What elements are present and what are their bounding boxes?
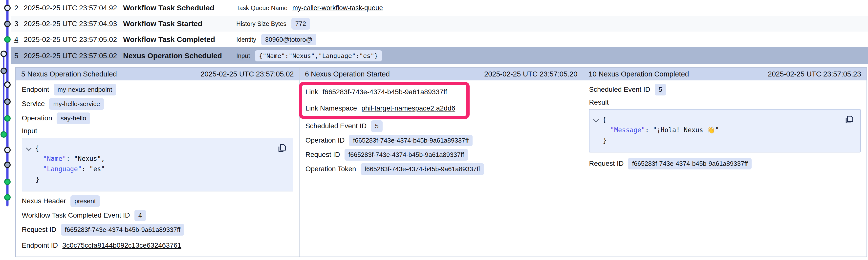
panel-timestamp: 2025-02-25 UTC 23:57:05.23 [768, 70, 861, 78]
event-timestamp: 2025-02-25 UTC 23:57:04.92 [24, 4, 123, 12]
panel-nexus-operation-scheduled: 5 Nexus Operation Scheduled 2025-02-25 U… [16, 68, 299, 257]
event-detail-label: History Size Bytes [236, 20, 286, 27]
nexus-header-badge: present [70, 195, 100, 207]
field-label: Request ID [589, 160, 624, 168]
endpoint-badge: my-nexus-endpoint [54, 84, 116, 96]
json-key: "Language" [43, 165, 82, 173]
event-timestamp: 2025-02-25 UTC 23:57:05.02 [24, 52, 123, 60]
field-label: Service [22, 100, 45, 108]
collapse-chevron-icon[interactable] [26, 145, 32, 151]
event-row-selected[interactable]: 5 2025-02-25 UTC 23:57:05.02 Nexus Opera… [11, 47, 868, 64]
result-section-label: Result [589, 97, 861, 108]
event-history-list: 2 2025-02-25 UTC 23:57:04.92 Workflow Ta… [11, 0, 868, 64]
event-detail-badge: 30960@totoro@ [261, 34, 317, 45]
panel-title: 5 Nexus Operation Scheduled [21, 70, 117, 78]
event-name: Nexus Operation Scheduled [123, 51, 236, 60]
panel-nexus-operation-completed: 10 Nexus Operation Completed 2025-02-25 … [583, 68, 867, 257]
event-name: Workflow Task Started [123, 20, 236, 28]
copy-icon[interactable] [844, 114, 854, 125]
field-label: Workflow Task Completed Event ID [22, 212, 130, 219]
field-label: Link Namespace [306, 104, 357, 112]
panel-header: 10 Nexus Operation Completed 2025-02-25 … [583, 68, 867, 80]
copy-icon[interactable] [277, 143, 287, 153]
event-detail-label: Task Queue Name [236, 4, 287, 11]
service-badge: my-hello-service [49, 98, 104, 110]
field-label: Endpoint ID [22, 242, 58, 249]
field-label: Endpoint [22, 85, 49, 94]
link-namespace-link[interactable]: phil-target-namespace2.a2dd6 [361, 104, 455, 112]
event-row[interactable]: 3 2025-02-25 UTC 23:57:04.93 Workflow Ta… [11, 16, 868, 32]
event-name: Workflow Task Completed [123, 35, 236, 44]
event-detail-label: Input [236, 52, 250, 60]
input-json-viewer: { "Name": "Nexus", "Language": "es" } [22, 138, 293, 191]
request-id-badge: f665283f-743e-4374-b45b-9a61a89337ff [628, 158, 752, 170]
endpoint-id-link[interactable]: 3c0c75ccfa8144b092c13ce632463761 [62, 242, 181, 249]
field-label: Operation ID [306, 137, 345, 144]
operation-badge: say-hello [57, 112, 90, 124]
panel-nexus-operation-started: 6 Nexus Operation Started 2025-02-25 UTC… [299, 68, 583, 257]
scheduled-event-id-badge: 5 [371, 120, 382, 132]
field-label: Operation [22, 114, 52, 122]
panel-header: 6 Nexus Operation Started 2025-02-25 UTC… [300, 68, 583, 80]
event-group-panels: 5 Nexus Operation Scheduled 2025-02-25 U… [15, 67, 867, 257]
result-json-viewer: { "Message": "¡Hola! Nexus 👋" } [589, 109, 861, 152]
event-row[interactable]: 2 2025-02-25 UTC 23:57:04.92 Workflow Ta… [11, 0, 868, 16]
operation-id-badge: f665283f-743e-4374-b45b-9a61a89337ff [349, 135, 472, 146]
panel-header: 5 Nexus Operation Scheduled 2025-02-25 U… [16, 68, 299, 80]
json-key: "Name" [43, 155, 66, 162]
field-label: Scheduled Event ID [589, 85, 650, 94]
field-label: Nexus Header [22, 197, 66, 205]
field-label: Request ID [306, 151, 340, 159]
request-id-badge: f665283f-743e-4374-b45b-9a61a89337ff [344, 149, 468, 160]
panel-timestamp: 2025-02-25 UTC 23:57:05.02 [200, 70, 293, 78]
task-queue-link[interactable]: my-caller-workflow-task-queue [292, 4, 383, 12]
event-row[interactable]: 4 2025-02-25 UTC 23:57:05.02 Workflow Ta… [11, 32, 868, 47]
event-input-badge: {"Name":"Nexus","Language":"es"} [255, 50, 382, 62]
panel-title: 10 Nexus Operation Completed [588, 70, 689, 78]
event-name: Workflow Task Scheduled [123, 4, 236, 12]
input-section-label: Input [22, 125, 293, 137]
event-timestamp: 2025-02-25 UTC 23:57:05.02 [24, 36, 123, 44]
collapse-chevron-icon[interactable] [593, 117, 599, 122]
wtc-event-id-badge: 4 [134, 210, 146, 221]
panel-timestamp: 2025-02-25 UTC 23:57:05.20 [484, 70, 577, 78]
event-id-link[interactable]: 4 [14, 36, 24, 44]
request-id-badge: f665283f-743e-4374-b45b-9a61a89337ff [61, 224, 184, 235]
field-label: Scheduled Event ID [306, 122, 367, 130]
event-id-link[interactable]: 3 [14, 20, 24, 28]
event-id-link[interactable]: 5 [14, 52, 24, 60]
field-label: Request ID [22, 226, 56, 234]
event-detail-badge: 772 [291, 18, 310, 30]
panel-title: 6 Nexus Operation Started [305, 70, 390, 78]
link-value-link[interactable]: f665283f-743e-4374-b45b-9a61a89337ff [322, 88, 447, 96]
event-detail-label: Identity [236, 36, 256, 43]
field-label: Link [306, 88, 318, 96]
operation-token-badge: f665283f-743e-4374-b45b-9a61a89337ff [361, 163, 484, 175]
json-key: "Message" [610, 126, 645, 134]
event-timestamp: 2025-02-25 UTC 23:57:04.93 [24, 20, 123, 28]
scheduled-event-id-badge: 5 [655, 84, 666, 96]
event-id-link[interactable]: 2 [14, 4, 24, 12]
field-label: Operation Token [306, 165, 356, 173]
